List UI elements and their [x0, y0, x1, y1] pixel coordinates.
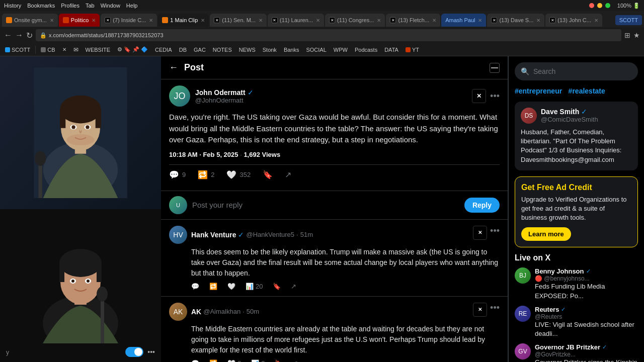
live-handle-pritzker: @GovPritzke...: [535, 351, 638, 358]
tab-close-congres[interactable]: ✕: [377, 18, 381, 23]
live-item-pritzker[interactable]: GV Governor JB Pritzker ✓ @GovPritzke...…: [515, 343, 638, 362]
ak-share[interactable]: ↗: [293, 359, 298, 363]
ak-rt-btn[interactable]: 🔁: [209, 359, 217, 363]
live-item-benny[interactable]: BJ Benny Johnson ✓ 🔴 @bennyjohnso... Fed…: [515, 267, 638, 300]
address-bar[interactable]: 🔒 x.com/odermatt/status/1887173879032152…: [36, 29, 621, 41]
bm-cedia[interactable]: CEDIA: [153, 46, 174, 54]
toggle-button[interactable]: [125, 347, 143, 357]
ak-bookmark[interactable]: 🔖: [275, 359, 283, 363]
reply-hank[interactable]: HV Hank Venture ✓ @HankVenture5 · 51m: [161, 220, 508, 297]
bm-stonk[interactable]: Stonk: [261, 46, 279, 54]
hank-share[interactable]: ↗: [291, 283, 296, 290]
twitter-main: ← Post JO: [161, 56, 508, 362]
ak-bookmark-icon: 🔖: [275, 359, 283, 363]
reply-x-ak[interactable]: ✕: [473, 303, 487, 317]
tab-congres[interactable]: ✕ (11) Congres... ✕: [325, 14, 385, 27]
hank-rt-btn[interactable]: 🔁: [209, 283, 217, 290]
live-item-reuters[interactable]: RE Reuters ✓ @Reuters LIVE: Vigil at Swe…: [515, 306, 638, 338]
reply-stat[interactable]: 💬 9: [169, 170, 186, 179]
reply-button[interactable]: Reply: [464, 198, 500, 213]
traffic-light-close[interactable]: [589, 3, 594, 8]
hank-share-icon: ↗: [291, 283, 296, 290]
ad-title: Get Free Ad Credit: [521, 183, 631, 192]
user-label: y: [6, 349, 9, 356]
tab-fletch[interactable]: ✕ (13) Fletch... ✕: [386, 14, 440, 27]
nav-forward[interactable]: →: [15, 31, 23, 40]
x-logo-btn[interactable]: ✕: [472, 89, 486, 103]
bm-notes[interactable]: NOTES: [211, 46, 234, 54]
bm-website[interactable]: WEBSITE: [84, 46, 113, 54]
tab-close-amash[interactable]: ✕: [478, 18, 482, 23]
bm-banks[interactable]: Banks: [282, 46, 301, 54]
tab-lauren[interactable]: ✕ (11) Lauren... ✕: [268, 14, 324, 27]
bm-social[interactable]: SOCIAL: [304, 46, 328, 54]
tab-close-john[interactable]: ✕: [594, 18, 598, 23]
menu-history[interactable]: History: [4, 3, 21, 9]
sidebar-toggle[interactable]: [490, 63, 500, 73]
more-menu-btn[interactable]: •••: [490, 91, 500, 102]
bm-podcasts[interactable]: Podcasts: [353, 46, 379, 54]
tab-close-lauren[interactable]: ✕: [316, 18, 320, 23]
reply-more-hank[interactable]: •••: [490, 226, 500, 240]
traffic-light-maximize[interactable]: [605, 3, 610, 8]
tab-close-fletch[interactable]: ✕: [432, 18, 436, 23]
menu-profiles[interactable]: Profiles: [61, 3, 79, 9]
menu-window[interactable]: Window: [101, 3, 120, 9]
reply-more-ak[interactable]: •••: [490, 303, 500, 317]
nav-grid[interactable]: ⊞: [624, 31, 630, 39]
share-stat[interactable]: ↗: [285, 170, 291, 179]
bm-data[interactable]: DATA: [382, 46, 400, 54]
tab-close-inside[interactable]: ✕: [149, 18, 153, 23]
tab-onsite[interactable]: Onsite gym... ✕: [2, 14, 58, 27]
menu-help[interactable]: Help: [126, 3, 138, 9]
hank-reply-btn[interactable]: 💬: [191, 283, 199, 290]
tab-close-politico[interactable]: ✕: [92, 18, 96, 23]
ak-reply-btn[interactable]: 💬: [191, 359, 199, 363]
nav-refresh[interactable]: ↻: [26, 31, 33, 40]
tab-dave[interactable]: ✕ (13) Dave S... ✕: [487, 14, 544, 27]
reply-input[interactable]: Post your reply: [192, 201, 459, 209]
tab-politico[interactable]: Politico ✕: [59, 14, 100, 27]
tag-realestate[interactable]: #realestate: [569, 87, 605, 95]
bm-scott[interactable]: SCOTT: [3, 46, 32, 54]
hank-views-icon: 📊: [246, 283, 254, 290]
bm-news[interactable]: NEWS: [237, 46, 258, 54]
bm-wpw[interactable]: WPW: [332, 46, 350, 54]
tag-entrepreneur[interactable]: #entrepreneur: [515, 87, 562, 95]
bm-db[interactable]: DB: [177, 46, 189, 54]
tab-john[interactable]: ✕ (13) John C... ✕: [545, 14, 602, 27]
bm-gac[interactable]: GAC: [192, 46, 208, 54]
tab-close-onsite[interactable]: ✕: [50, 18, 54, 23]
bookmark-stat[interactable]: 🔖: [263, 170, 273, 179]
search-box[interactable]: 🔍 Search: [515, 62, 638, 80]
back-button[interactable]: ←: [169, 62, 178, 73]
tab-close-dave[interactable]: ✕: [536, 18, 540, 23]
tab-amash[interactable]: Amash Paul ✕: [441, 14, 486, 27]
nav-back[interactable]: ←: [4, 31, 12, 40]
nav-star[interactable]: ★: [633, 31, 640, 39]
scott-badge[interactable]: SCOTT: [615, 15, 642, 25]
learn-more-button[interactable]: Learn more: [521, 227, 571, 241]
reply-avatar-hank: HV: [169, 226, 187, 244]
bm-x[interactable]: ✕: [60, 46, 68, 53]
reply-x-hank[interactable]: ✕: [473, 226, 487, 240]
bm-cb[interactable]: CB: [39, 46, 57, 54]
traffic-light-minimize[interactable]: [597, 3, 602, 8]
tab-close-main[interactable]: ✕: [201, 18, 205, 23]
bm-yt[interactable]: YT: [404, 46, 421, 54]
tab-inside[interactable]: ✕ (7) Inside C... ✕: [101, 14, 157, 27]
bm-email[interactable]: ✉: [71, 45, 80, 54]
hank-bookmark[interactable]: 🔖: [273, 283, 281, 290]
ak-like-btn[interactable]: 🤍 2: [227, 359, 241, 363]
more-options-btn[interactable]: •••: [147, 348, 155, 356]
menu-tab[interactable]: Tab: [86, 3, 95, 9]
hank-like-btn[interactable]: 🤍: [227, 283, 235, 290]
tab-close-sen[interactable]: ✕: [259, 18, 263, 23]
verified-badge: ✓: [248, 88, 254, 97]
tab-sen[interactable]: ✕ (11) Sen. M... ✕: [210, 14, 267, 27]
reply-ak[interactable]: AK AK @Aimalkhan · 50m ✕: [161, 297, 508, 363]
like-stat[interactable]: 🤍 352: [226, 170, 251, 179]
retweet-stat[interactable]: 🔁 2: [198, 170, 214, 179]
menu-bookmarks[interactable]: Bookmarks: [27, 3, 55, 9]
tab-main-clip[interactable]: 1 Main Clip ✕: [158, 14, 209, 27]
